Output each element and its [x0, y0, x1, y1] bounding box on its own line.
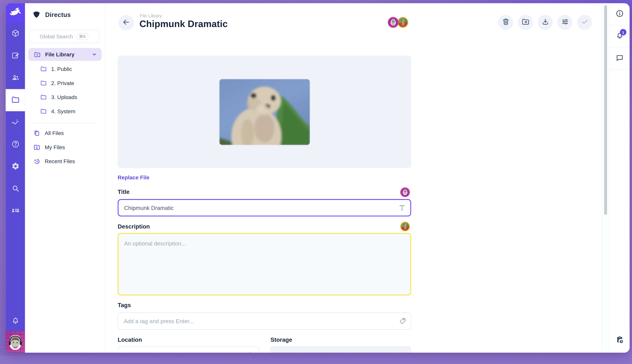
- revisions-clipboard-clock-icon: [616, 336, 624, 346]
- users-icon: [11, 73, 20, 83]
- title-field: [118, 199, 411, 216]
- folder-icon: [40, 80, 47, 86]
- folder-label: 2. Private: [51, 80, 74, 86]
- notifications-panel-button[interactable]: 1: [610, 26, 630, 48]
- location-label: Location: [118, 336, 142, 343]
- module-help[interactable]: [6, 133, 25, 156]
- history-icon: [34, 158, 40, 164]
- arrow-left-icon: [122, 18, 130, 27]
- sidebar-folder-public[interactable]: 1. Public: [35, 62, 102, 76]
- folder-account-icon: [34, 144, 40, 150]
- right-sidebar: 1: [609, 3, 630, 353]
- sidebar-item-file-library[interactable]: File Library: [28, 48, 102, 61]
- module-files[interactable]: [6, 89, 25, 111]
- chipmunk-image: [219, 79, 310, 145]
- directus-logo[interactable]: [6, 3, 25, 22]
- check-icon: [580, 18, 589, 27]
- sidebar-folder-private[interactable]: 2. Private: [35, 76, 102, 90]
- module-settings[interactable]: [6, 156, 25, 178]
- project-name: Directus: [45, 11, 71, 18]
- sidebar-item-all-files[interactable]: All Files: [28, 126, 102, 140]
- comments-button[interactable]: [610, 48, 630, 70]
- bell-icon: [11, 317, 20, 326]
- module-content[interactable]: [6, 22, 25, 45]
- tune-icon: [561, 18, 569, 27]
- location-input[interactable]: [118, 352, 242, 352]
- comment-icon: [616, 54, 624, 63]
- notification-badge: 1: [620, 29, 626, 36]
- shield-diamond-icon: [32, 10, 41, 20]
- module-users[interactable]: [6, 67, 25, 89]
- info-icon: [616, 9, 624, 19]
- download-icon: [541, 18, 549, 27]
- map-pin-icon: [242, 351, 259, 352]
- title-input[interactable]: [118, 204, 394, 211]
- app-window: Directus Global Search ⌘K File Library 1…: [6, 3, 630, 353]
- folder-label: 1. Public: [51, 66, 72, 72]
- module-insights[interactable]: [6, 111, 25, 133]
- global-search-placeholder: Global Search: [40, 34, 73, 40]
- folder-icon: [40, 66, 47, 72]
- sidebar-item-my-files[interactable]: My Files: [28, 140, 102, 154]
- back-button[interactable]: [118, 15, 134, 30]
- storage-icon: [394, 351, 411, 352]
- desktop-background: Directus Global Search ⌘K File Library 1…: [0, 0, 632, 356]
- header-actions: [498, 15, 592, 30]
- notifications-button[interactable]: [6, 312, 25, 331]
- delete-button[interactable]: [498, 15, 513, 30]
- title-format-icon: [393, 204, 410, 212]
- global-search-input[interactable]: Global Search ⌘K: [29, 30, 99, 43]
- avatar-chipmunk[interactable]: [398, 17, 408, 28]
- description-label: Description: [118, 223, 150, 230]
- search-icon: [11, 184, 20, 194]
- gear-icon: [11, 162, 20, 172]
- description-textarea[interactable]: [122, 237, 407, 291]
- project-row[interactable]: Directus: [25, 3, 105, 21]
- folder-star-icon: [34, 51, 41, 58]
- sidebar-folder-uploads[interactable]: 3. Uploads: [35, 90, 102, 104]
- main-content: File Library Chipmunk Dramatic: [106, 3, 601, 353]
- current-user-avatar[interactable]: [6, 331, 25, 352]
- replace-file-link[interactable]: Replace File: [118, 174, 150, 180]
- save-button[interactable]: [577, 15, 592, 30]
- storage-label: Storage: [270, 336, 292, 343]
- module-bar-spacer: [6, 222, 25, 312]
- scrollbar-track[interactable]: [602, 3, 610, 353]
- download-button[interactable]: [538, 15, 552, 30]
- module-community[interactable]: [6, 200, 25, 222]
- rabbit-icon: [9, 6, 21, 20]
- edit-options-button[interactable]: [558, 15, 572, 30]
- title-label: Title: [118, 188, 130, 195]
- move-to-folder-button[interactable]: [518, 15, 533, 30]
- right-sidebar-spacer: [610, 70, 630, 328]
- info-button[interactable]: [610, 3, 630, 26]
- sidebar-item-label: My Files: [45, 144, 65, 150]
- file-preview-panel[interactable]: [118, 56, 411, 168]
- sidebar-item-recent-files[interactable]: Recent Files: [28, 154, 102, 168]
- shortcut-badge: ⌘K: [76, 33, 88, 40]
- cube-icon: [11, 29, 20, 38]
- people-waves-icon: [11, 206, 20, 216]
- module-editor[interactable]: [6, 45, 25, 67]
- tags-label: Tags: [118, 302, 131, 308]
- module-bar: [6, 3, 25, 353]
- folder-label: 4. System: [51, 108, 75, 114]
- module-search[interactable]: [6, 178, 25, 200]
- nav-divider: [33, 123, 96, 123]
- breadcrumb[interactable]: File Library: [140, 13, 162, 18]
- folder-move-icon: [522, 18, 530, 27]
- chevron-down-icon[interactable]: [91, 51, 98, 58]
- title-editing-avatar: [400, 188, 410, 197]
- trash-icon: [502, 18, 510, 27]
- edit-icon: [11, 51, 20, 61]
- avatar-user[interactable]: [388, 17, 399, 28]
- tags-input[interactable]: [118, 318, 394, 324]
- scrollbar-thumb[interactable]: [604, 5, 607, 215]
- insights-icon: [11, 118, 20, 127]
- description-field: [118, 233, 411, 295]
- folder-icon: [11, 95, 20, 105]
- sidebar-item-label: Recent Files: [45, 158, 75, 164]
- revisions-button[interactable]: [610, 328, 630, 352]
- sidebar-folder-system[interactable]: 4. System: [35, 104, 102, 118]
- location-field: [118, 346, 259, 352]
